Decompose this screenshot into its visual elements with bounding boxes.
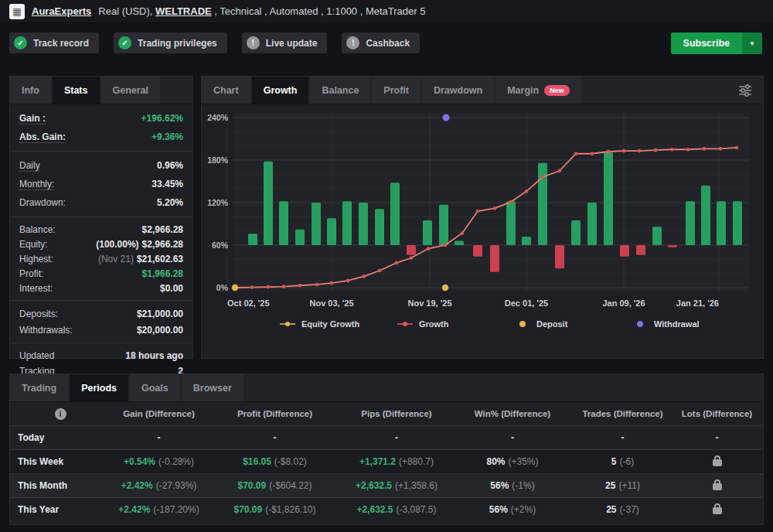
stat-value-main: $21,000.00 xyxy=(137,309,183,319)
cell-value: +1,371.2 xyxy=(359,456,396,467)
chart-tab-margin[interactable]: MarginNew xyxy=(495,77,581,104)
stats-tab-info[interactable]: Info xyxy=(10,77,51,104)
column-header-win: Win% (Difference) xyxy=(458,409,567,418)
stat-value: 5.20% xyxy=(157,197,183,208)
chart-settings-button[interactable] xyxy=(737,77,754,104)
info-icon[interactable]: i xyxy=(55,408,66,420)
period-label: This Month xyxy=(18,480,103,491)
line-dot-marker-icon xyxy=(397,320,414,328)
stat-label[interactable]: Daily xyxy=(19,160,40,172)
stat-label[interactable]: Abs. Gain: xyxy=(19,131,66,143)
tab-label: Margin xyxy=(507,85,539,96)
badge-label: Trading privileges xyxy=(138,38,217,49)
svg-text:Jan 09, '26: Jan 09, '26 xyxy=(602,298,645,308)
stat-row-interest: Interest:$0.00 xyxy=(19,281,183,295)
cell-value: 25 xyxy=(606,504,616,515)
table-cell: 56%(-1%) xyxy=(458,480,567,491)
period-label: Today xyxy=(18,432,103,443)
tab-label: Drawdown xyxy=(434,85,482,96)
chart-tab-drawdown[interactable]: Drawdown xyxy=(422,77,494,104)
cell-value: +2,632.5 xyxy=(356,480,392,491)
broker-link[interactable]: WELTRADE xyxy=(155,5,212,17)
column-header-profit: Profit (Difference) xyxy=(215,409,335,418)
stat-row-deposits: Deposits:$21,000.00 xyxy=(19,305,183,322)
table-row-this-year[interactable]: This Year+2.42%(-187.20%)$70.09(-$1,826.… xyxy=(10,497,763,521)
tab-label: Balance xyxy=(322,85,359,96)
dot-marker-icon xyxy=(514,320,531,328)
stat-label[interactable]: Gain : xyxy=(19,113,46,124)
badge-trading-privileges[interactable]: ✓Trading privileges xyxy=(114,32,227,53)
subscribe-button[interactable]: Subscribe ▼ xyxy=(671,32,762,54)
account-header: ▦ AuraExperts Real (USD), WELTRADE , Tec… xyxy=(0,0,773,23)
stat-value: (100.00%)$2,966.28 xyxy=(96,239,183,250)
chart-tab-growth[interactable]: Growth xyxy=(252,77,309,104)
cell-difference: (+11) xyxy=(618,480,639,491)
stat-value: $20,000.00 xyxy=(137,325,183,336)
line-dot-marker-icon xyxy=(279,320,296,328)
cell-difference: (-$604.22) xyxy=(269,480,312,491)
periods-tab-browser[interactable]: Browser xyxy=(182,374,243,401)
legend-deposit[interactable]: Deposit xyxy=(514,319,632,329)
cell-difference: (-$1,826.10) xyxy=(265,504,315,515)
badge-live-update[interactable]: !Live update xyxy=(242,32,328,53)
subscribe-label[interactable]: Subscribe xyxy=(671,32,742,54)
stats-section: Balance:$2,966.28Equity:(100.00%)$2,966.… xyxy=(10,217,192,300)
subscribe-chevron-button[interactable]: ▼ xyxy=(742,32,762,54)
legend-equity-growth[interactable]: Equity Growth xyxy=(279,319,397,329)
period-label: This Week xyxy=(18,456,103,467)
table-cell: +2.42%(-187.20%) xyxy=(103,504,215,515)
exclamation-icon: ! xyxy=(346,36,359,49)
cell-difference: (-3,087.5) xyxy=(397,504,437,515)
stats-section: Gain :+196.62%Abs. Gain:+9.36% xyxy=(10,104,192,151)
cell-value: 56% xyxy=(490,480,509,491)
periods-tab-trading[interactable]: Trading xyxy=(10,374,68,401)
stat-value: +196.62% xyxy=(141,113,183,124)
chart-tab-chart[interactable]: Chart xyxy=(202,77,250,104)
stat-value-main: $2,966.28 xyxy=(142,224,183,235)
tab-label: Info xyxy=(22,85,39,96)
table-cell: +2,632.5(-3,087.5) xyxy=(335,504,458,515)
stat-label: Withdrawals: xyxy=(19,325,73,336)
stat-row-highest: Highest:(Nov 21)$21,602.63 xyxy=(19,251,183,266)
account-name-link[interactable]: AuraExperts xyxy=(32,5,91,17)
cell-difference: (-$8.02) xyxy=(274,456,307,467)
table-row-this-week[interactable]: This Week+0.54%(-0.28%)$16.05(-$8.02)+1,… xyxy=(10,449,763,473)
tab-label: Goals xyxy=(141,383,169,394)
table-row-today[interactable]: Today------ xyxy=(10,425,763,449)
cell-value: +2.42% xyxy=(118,504,150,515)
period-label: This Year xyxy=(18,504,103,515)
stat-label[interactable]: Monthly: xyxy=(19,179,54,190)
tab-label: Stats xyxy=(64,85,88,96)
stat-value: $1,966.28 xyxy=(142,268,183,279)
stats-tab-stats[interactable]: Stats xyxy=(53,77,100,104)
chart-tab-balance[interactable]: Balance xyxy=(310,77,370,104)
stat-value-prefix: (100.00%) xyxy=(96,239,138,250)
chart-tab-profit[interactable]: Profit xyxy=(372,77,421,104)
table-cell: 5(-6) xyxy=(567,456,679,467)
table-cell: $16.05(-$8.02) xyxy=(215,456,335,467)
growth-chart-plot[interactable]: 0%60%120%180%240%Oct 02, '25Nov 03, '25N… xyxy=(202,107,755,315)
stat-value-main: $20,000.00 xyxy=(137,325,183,336)
stat-row-abs-gain: Abs. Gain:+9.36% xyxy=(19,128,183,146)
cell-difference: (-187.20%) xyxy=(153,504,199,515)
sliders-icon xyxy=(737,84,754,97)
cell-value: +2.42% xyxy=(121,480,153,491)
badge-cashback[interactable]: !Cashback xyxy=(342,32,420,53)
legend-growth[interactable]: Growth xyxy=(397,319,514,329)
stat-value-main: $1,966.28 xyxy=(142,268,183,279)
legend-withdrawal[interactable]: Withdrawal xyxy=(632,319,749,329)
stat-value-main: +196.62% xyxy=(141,113,183,124)
cell-value: +0.54% xyxy=(124,456,155,467)
badge-label: Cashback xyxy=(366,38,410,49)
periods-tab-periods[interactable]: Periods xyxy=(70,374,128,401)
stats-tab-general[interactable]: General xyxy=(101,77,161,104)
table-row-this-month[interactable]: This Month+2.42%(-27.93%)$70.09(-$604.22… xyxy=(10,473,763,497)
tab-label: Growth xyxy=(264,85,298,96)
table-cell: +0.54%(-0.28%) xyxy=(103,456,215,467)
badge-track-record[interactable]: ✓Track record xyxy=(9,32,99,53)
periods-table-body: Today------This Week+0.54%(-0.28%)$16.05… xyxy=(10,425,763,521)
periods-tab-goals[interactable]: Goals xyxy=(130,374,180,401)
table-cell: 56%(+2%) xyxy=(458,504,567,515)
chart-panel-tabs: ChartGrowthBalanceProfitDrawdownMarginNe… xyxy=(202,77,763,104)
cell-difference: (-27.93%) xyxy=(156,480,197,491)
